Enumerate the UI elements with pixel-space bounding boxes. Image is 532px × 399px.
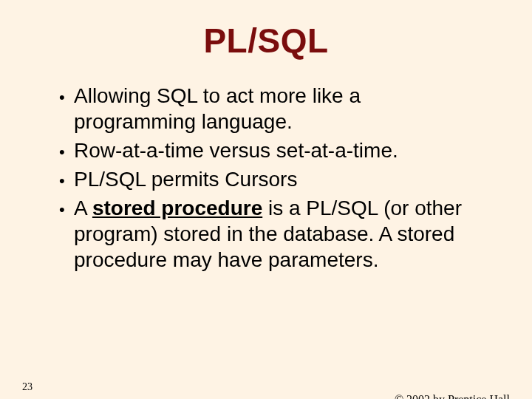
bullet-text: Allowing SQL to act more like a programm… xyxy=(74,83,488,134)
slide: PL/SQL • Allowing SQL to act more like a… xyxy=(0,21,532,399)
bullet-dot-icon: • xyxy=(59,171,74,191)
bullet-item: • A stored procedure is a PL/SQL (or oth… xyxy=(59,195,488,273)
page-number: 23 xyxy=(22,381,33,393)
bullet-text: Row-at-a-time versus set-at-a-time. xyxy=(74,137,488,163)
bullet-prefix: A xyxy=(74,197,92,219)
bullet-text: A stored procedure is a PL/SQL (or other… xyxy=(74,195,488,273)
bold-term: stored procedure xyxy=(92,197,262,219)
bullet-item: • Row-at-a-time versus set-at-a-time. xyxy=(59,137,488,163)
slide-title: PL/SQL xyxy=(0,21,532,61)
bullet-item: • Allowing SQL to act more like a progra… xyxy=(59,83,488,134)
bullet-list: • Allowing SQL to act more like a progra… xyxy=(59,83,488,273)
bullet-item: • PL/SQL permits Cursors xyxy=(59,166,488,192)
bullet-dot-icon: • xyxy=(59,142,74,163)
bullet-text: PL/SQL permits Cursors xyxy=(74,166,488,192)
copyright-text: © 2002 by Prentice Hall xyxy=(395,393,510,399)
bullet-dot-icon: • xyxy=(59,200,74,220)
bullet-dot-icon: • xyxy=(59,87,74,108)
